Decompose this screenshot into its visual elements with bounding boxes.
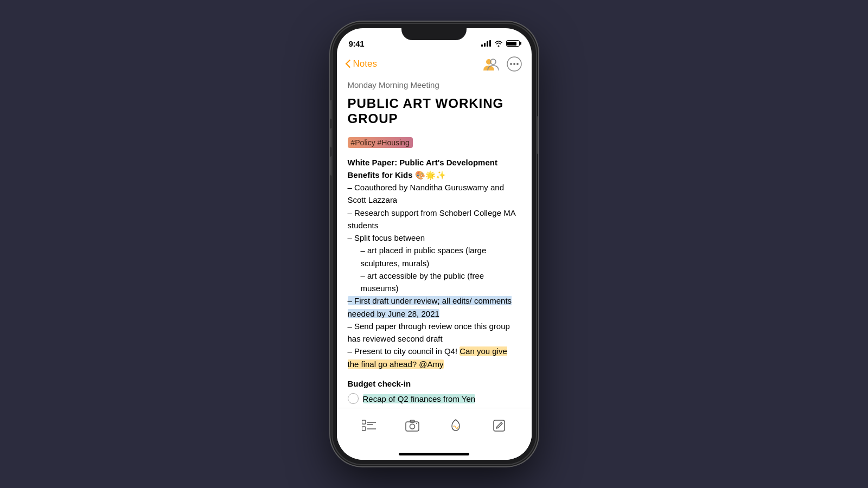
svg-rect-6 xyxy=(362,420,366,424)
back-chevron-icon xyxy=(346,60,351,68)
camera-icon xyxy=(405,420,419,432)
collaboration-button[interactable] xyxy=(482,55,499,73)
svg-rect-16 xyxy=(494,420,505,431)
back-label: Notes xyxy=(353,59,377,69)
status-time: 9:41 xyxy=(349,39,365,48)
home-indicator xyxy=(399,453,469,455)
note-subtitle: Monday Morning Meeting xyxy=(348,80,521,89)
white-paper-title: White Paper: Public Art's Development Be… xyxy=(348,158,497,179)
more-icon xyxy=(507,56,522,72)
camera-button[interactable] xyxy=(401,415,423,436)
svg-rect-14 xyxy=(410,420,414,422)
phone-notch xyxy=(401,24,467,40)
wifi-icon xyxy=(494,40,503,47)
line5: – art accessible by the public (free mus… xyxy=(348,269,521,295)
svg-point-4 xyxy=(513,63,515,65)
line6: – First draft under review; all edits/ c… xyxy=(348,294,521,320)
line1: – Coauthored by Nanditha Guruswamy and S… xyxy=(348,181,521,207)
budget-header: Budget check-in xyxy=(348,379,521,388)
note-title: PUBLIC ART WORKING GROUP xyxy=(348,96,521,126)
signal-icon xyxy=(481,40,491,47)
checkbox-1-label: Recap of Q2 finances from Yen xyxy=(363,393,476,405)
checkbox-row-1: Recap of Q2 finances from Yen xyxy=(348,393,521,405)
line7: – Send paper through review once this gr… xyxy=(348,320,521,345)
line4: – art placed in public spaces (large scu… xyxy=(348,244,521,269)
markup-button[interactable] xyxy=(445,415,467,436)
phone-screen: 9:41 xyxy=(337,28,532,460)
nav-actions xyxy=(482,55,523,73)
line8: – Present to city council in Q4! Can you… xyxy=(348,345,521,370)
checklist-icon xyxy=(362,420,376,432)
tags-container: #Policy #Housing xyxy=(348,137,413,148)
svg-point-15 xyxy=(416,423,417,424)
checkbox-1[interactable] xyxy=(348,393,359,404)
bottom-toolbar xyxy=(337,408,532,453)
svg-point-13 xyxy=(410,424,415,429)
compose-icon xyxy=(493,419,506,432)
line3: – Split focus between xyxy=(348,232,521,244)
white-paper-section: White Paper: Public Art's Development Be… xyxy=(348,157,521,370)
svg-rect-8 xyxy=(362,427,366,431)
line6-highlighted: – First draft under review; all edits/ c… xyxy=(348,296,512,318)
svg-point-5 xyxy=(516,63,519,65)
back-button[interactable]: Notes xyxy=(346,59,377,69)
more-button[interactable] xyxy=(506,55,523,73)
checkbox-1-text: Recap of Q2 finances from Yen xyxy=(363,394,476,403)
bottom-bar-area xyxy=(337,408,532,460)
svg-point-3 xyxy=(510,63,512,65)
phone-device: 9:41 xyxy=(333,24,536,464)
checklist-button[interactable] xyxy=(358,415,380,436)
navigation-bar: Notes xyxy=(337,52,532,76)
note-content[interactable]: Monday Morning Meeting PUBLIC ART WORKIN… xyxy=(337,76,532,408)
line2: – Research support from Schoberl College… xyxy=(348,207,521,232)
compose-button[interactable] xyxy=(488,415,510,436)
phone-frame: 9:41 xyxy=(333,24,536,464)
collaboration-icon xyxy=(482,57,499,71)
tags-text: #Policy #Housing xyxy=(351,138,410,147)
markup-icon xyxy=(450,419,462,433)
status-icons xyxy=(481,40,520,47)
line8-prefix: – Present to city council in Q4! xyxy=(348,346,460,356)
battery-icon xyxy=(506,40,520,47)
